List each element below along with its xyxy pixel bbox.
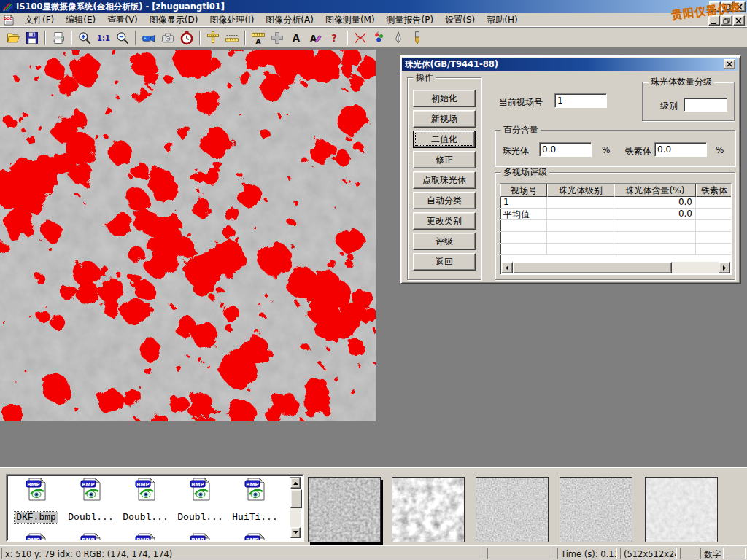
video-camera-button[interactable] — [140, 29, 158, 47]
ruler-button[interactable] — [223, 29, 241, 47]
file-item-partial-1[interactable]: BMP — [63, 533, 118, 542]
close-button[interactable] — [734, 1, 746, 12]
table-row-3[interactable] — [500, 232, 731, 244]
caliper-icon — [206, 31, 220, 45]
annotate-button[interactable]: A — [306, 29, 325, 47]
grid-cross-button[interactable] — [268, 29, 287, 47]
table-hscrollbar[interactable] — [501, 262, 730, 273]
table-header-3[interactable]: 铁素体 — [696, 184, 732, 197]
print-button[interactable] — [50, 29, 68, 47]
file-item-0[interactable]: BMPDKF.bmp — [9, 478, 63, 523]
table-header-0[interactable]: 视场号 — [500, 184, 547, 197]
table-cell — [696, 232, 732, 244]
actual-size-button[interactable]: 1:1 — [95, 29, 113, 47]
scroll-right-button[interactable] — [719, 262, 730, 273]
text-button[interactable]: A — [287, 29, 306, 47]
op-button-3[interactable]: 修正 — [413, 151, 476, 168]
file-item-partial-0[interactable]: BMP — [9, 533, 63, 542]
curve-tool-icon — [353, 31, 368, 45]
op-button-5[interactable]: 自动分类 — [413, 192, 476, 209]
mdi-minimize-button[interactable] — [708, 15, 720, 26]
measure-label-button[interactable]: A — [249, 29, 268, 47]
scroll-down-button[interactable] — [290, 527, 301, 538]
menu-item-1[interactable]: 编辑(E) — [60, 12, 101, 28]
file-browser[interactable]: BMPDKF.bmpBMPDoubl...BMPDoubl...BMPDoubl… — [6, 474, 304, 542]
table-row-0[interactable]: 10.0 — [500, 197, 731, 209]
save-icon — [25, 31, 39, 45]
menu-item-3[interactable]: 图像显示(D) — [144, 12, 204, 28]
table-header-1[interactable]: 珠光体级别 — [547, 184, 614, 197]
timer-button[interactable] — [178, 29, 196, 47]
brush-button[interactable] — [409, 29, 427, 47]
mdi-close-button[interactable] — [733, 15, 745, 26]
zoom-in-button[interactable] — [76, 29, 94, 47]
caliper-button[interactable] — [204, 29, 222, 47]
menu-item-9[interactable]: 帮助(H) — [481, 12, 523, 28]
menu-item-5[interactable]: 图像分析(A) — [260, 12, 320, 28]
svg-text:BMP: BMP — [82, 537, 94, 542]
gallery-thumbnail-1[interactable] — [308, 477, 381, 542]
document-icon[interactable]: DOC — [3, 15, 15, 26]
save-button[interactable] — [23, 29, 42, 47]
menu-item-6[interactable]: 图像测量(M) — [320, 12, 381, 28]
gallery-thumbnail-2[interactable] — [392, 477, 465, 542]
ferrite-percent-input[interactable] — [654, 142, 707, 157]
scroll-up-button[interactable] — [290, 478, 301, 489]
grade-input[interactable] — [684, 98, 727, 112]
svg-text:BMP: BMP — [136, 482, 149, 488]
pearlite-percent-input[interactable] — [539, 142, 592, 157]
gallery-thumbnail-5[interactable] — [645, 477, 718, 542]
file-item-2[interactable]: BMPDoubl... — [118, 478, 173, 523]
menu-item-4[interactable]: 图像处理(I) — [204, 12, 260, 28]
table-cell — [547, 232, 614, 244]
table-row-4[interactable] — [500, 244, 731, 255]
dialog-title-bar[interactable]: 珠光体(GB/T9441-88) — [402, 58, 738, 71]
svg-text:BMP: BMP — [246, 537, 258, 542]
op-button-6[interactable]: 更改类别 — [413, 212, 476, 230]
help-button[interactable]: ? — [325, 29, 344, 47]
file-item-3[interactable]: BMPDoubl... — [173, 478, 228, 523]
op-button-2[interactable]: 二值化 — [413, 131, 476, 148]
menu-item-7[interactable]: 测量报告(P) — [381, 12, 440, 28]
file-item-partial-4[interactable]: BMP — [228, 533, 282, 542]
scroll-left-button[interactable] — [501, 262, 513, 273]
op-button-7[interactable]: 评级 — [413, 233, 476, 250]
file-item-1[interactable]: BMPDoubl... — [63, 478, 118, 523]
hscroll-thumb[interactable] — [513, 262, 672, 273]
rating-table[interactable]: 视场号珠光体级别珠光体含量(%)铁素体 10.0平均值0.0 — [500, 183, 732, 275]
menu-item-0[interactable]: 文件(F) — [19, 12, 60, 28]
menu-item-8[interactable]: 设置(S) — [439, 12, 481, 28]
window-title: IS100显微摄像系统(金相分析版) - [zhuguangti01] — [16, 1, 225, 12]
current-field-input[interactable] — [554, 93, 607, 108]
file-item-partial-3[interactable]: BMP — [173, 533, 228, 542]
capture-button[interactable] — [159, 29, 177, 47]
table-row-1[interactable]: 平均值0.0 — [500, 209, 731, 220]
op-button-8[interactable]: 返回 — [413, 253, 476, 271]
minimize-button[interactable] — [709, 1, 721, 12]
dialog-close-button[interactable] — [724, 59, 735, 69]
file-item-partial-2[interactable]: BMP — [118, 533, 173, 542]
pen-button[interactable] — [390, 29, 408, 47]
op-button-0[interactable]: 初始化 — [413, 90, 476, 107]
op-button-1[interactable]: 新视场 — [413, 110, 476, 128]
specimen-image[interactable] — [0, 50, 376, 421]
particle-class-button[interactable] — [371, 29, 389, 47]
gallery-thumbnail-3[interactable] — [476, 477, 549, 542]
file-vscrollbar[interactable] — [290, 477, 301, 539]
measure-label-icon: A — [251, 31, 266, 45]
svg-text:BMP: BMP — [82, 482, 94, 488]
toolbar: 1:1AAA? — [0, 28, 747, 48]
open-button[interactable] — [4, 29, 23, 47]
table-header-2[interactable]: 珠光体含量(%) — [614, 184, 696, 197]
op-button-4[interactable]: 点取珠光体 — [413, 171, 476, 189]
gallery-thumbnail-4[interactable] — [560, 477, 632, 542]
table-row-2[interactable] — [500, 220, 731, 232]
maximize-button[interactable] — [721, 1, 733, 12]
file-item-4[interactable]: BMPHuiTi... — [228, 478, 282, 523]
menu-item-2[interactable]: 查看(V) — [101, 12, 144, 28]
vscroll-thumb[interactable] — [290, 489, 302, 508]
curve-tool-button[interactable] — [352, 29, 370, 47]
table-cell — [500, 220, 547, 232]
mdi-restore-button[interactable] — [721, 15, 732, 26]
zoom-out-button[interactable] — [114, 29, 132, 47]
